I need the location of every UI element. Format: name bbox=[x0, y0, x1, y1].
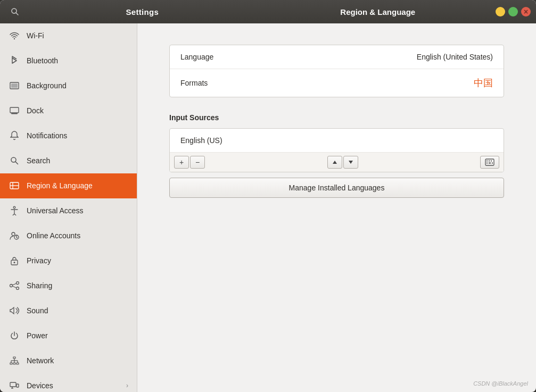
main-content-wrapper: Language English (United States) Formats… bbox=[137, 23, 536, 392]
sidebar-item-network-label: Network bbox=[27, 356, 128, 365]
svg-rect-43 bbox=[489, 163, 491, 164]
sidebar-item-power[interactable]: Power bbox=[0, 323, 137, 348]
notifications-icon bbox=[9, 130, 20, 141]
svg-rect-32 bbox=[17, 384, 19, 387]
svg-rect-39 bbox=[486, 161, 488, 162]
svg-rect-41 bbox=[491, 161, 492, 162]
privacy-icon bbox=[9, 255, 20, 266]
universal-access-icon bbox=[9, 205, 20, 216]
svg-rect-38 bbox=[485, 159, 494, 165]
formats-value: 中国 bbox=[474, 77, 493, 89]
sharing-icon bbox=[9, 280, 20, 291]
close-button[interactable] bbox=[521, 7, 531, 16]
maximize-button[interactable] bbox=[508, 7, 518, 16]
sidebar-item-wifi[interactable]: Wi-Fi bbox=[0, 23, 137, 48]
formats-label: Formats bbox=[180, 79, 474, 87]
svg-rect-4 bbox=[11, 84, 18, 88]
svg-rect-25 bbox=[13, 363, 15, 364]
svg-line-1 bbox=[16, 13, 18, 15]
titlebar-panel-title: Region & Language bbox=[260, 7, 496, 16]
svg-point-17 bbox=[10, 285, 13, 287]
add-input-source-button[interactable]: + bbox=[174, 156, 189, 169]
sidebar-item-online-accounts-label: Online Accounts bbox=[27, 231, 128, 240]
input-source-label: English (US) bbox=[180, 136, 222, 145]
sidebar-item-dock[interactable]: Dock bbox=[0, 98, 137, 123]
devices-arrow-icon: › bbox=[126, 382, 128, 389]
wifi-icon bbox=[9, 30, 20, 41]
sidebar-item-privacy[interactable]: Privacy bbox=[0, 248, 137, 273]
input-sources-toolbar: + − bbox=[170, 153, 504, 172]
window-controls bbox=[496, 7, 531, 16]
sidebar-item-wifi-label: Wi-Fi bbox=[27, 31, 128, 40]
svg-rect-5 bbox=[10, 107, 19, 113]
svg-point-19 bbox=[17, 287, 19, 290]
sidebar-item-region[interactable]: Region & Language bbox=[0, 173, 137, 198]
settings-window: Settings Region & Language Wi- bbox=[0, 0, 536, 392]
sidebar-item-devices-label: Devices bbox=[27, 381, 126, 390]
remove-input-source-button[interactable]: − bbox=[190, 156, 205, 169]
svg-rect-44 bbox=[492, 163, 493, 164]
sound-icon bbox=[9, 305, 20, 316]
minimize-button[interactable] bbox=[496, 7, 505, 16]
sidebar-item-privacy-label: Privacy bbox=[27, 256, 128, 265]
background-icon bbox=[9, 80, 20, 91]
sidebar-item-notifications[interactable]: Notifications bbox=[0, 123, 137, 148]
keyboard-settings-button[interactable] bbox=[480, 156, 499, 169]
bluetooth-icon bbox=[9, 55, 20, 66]
input-sources-card: English (US) + − bbox=[169, 128, 504, 172]
sidebar-item-online-accounts[interactable]: Online Accounts bbox=[0, 223, 137, 248]
sidebar-item-universal-access[interactable]: Universal Access bbox=[0, 198, 137, 223]
input-sources-title: Input Sources bbox=[169, 113, 504, 122]
titlebar-app-title: Settings bbox=[24, 7, 260, 16]
language-label: Language bbox=[180, 53, 417, 61]
reorder-buttons bbox=[327, 156, 358, 169]
region-icon bbox=[9, 180, 20, 191]
svg-point-2 bbox=[14, 38, 15, 39]
sidebar: Wi-Fi Bluetooth Backg bbox=[0, 23, 137, 392]
sidebar-item-notifications-label: Notifications bbox=[27, 131, 128, 140]
svg-point-18 bbox=[17, 282, 19, 285]
sidebar-item-sound[interactable]: Sound bbox=[0, 298, 137, 323]
sidebar-item-region-label: Region & Language bbox=[27, 181, 128, 190]
sidebar-item-search[interactable]: Search bbox=[0, 148, 137, 173]
svg-line-8 bbox=[15, 162, 18, 164]
language-value: English (United States) bbox=[417, 53, 493, 61]
power-icon bbox=[9, 330, 20, 341]
svg-rect-31 bbox=[10, 382, 16, 387]
svg-rect-24 bbox=[17, 363, 19, 364]
online-accounts-icon bbox=[9, 230, 20, 241]
svg-rect-23 bbox=[10, 363, 12, 364]
svg-point-16 bbox=[14, 262, 15, 263]
titlebar-search-icon[interactable] bbox=[5, 2, 24, 21]
svg-point-13 bbox=[12, 232, 15, 236]
language-row: Language English (United States) bbox=[170, 45, 504, 69]
sidebar-item-sharing-label: Sharing bbox=[27, 281, 128, 290]
svg-line-20 bbox=[13, 283, 17, 285]
sidebar-item-devices[interactable]: Devices › bbox=[0, 373, 137, 392]
sidebar-item-sound-label: Sound bbox=[27, 306, 128, 315]
sidebar-item-bluetooth[interactable]: Bluetooth bbox=[0, 48, 137, 73]
svg-line-21 bbox=[13, 286, 17, 288]
dock-icon bbox=[9, 105, 20, 116]
titlebar: Settings Region & Language bbox=[0, 0, 536, 23]
sidebar-item-background-label: Background bbox=[27, 81, 128, 90]
formats-row: Formats 中国 bbox=[170, 69, 504, 97]
network-icon bbox=[9, 355, 20, 366]
input-source-english-us[interactable]: English (US) bbox=[170, 129, 504, 153]
sidebar-item-sharing[interactable]: Sharing bbox=[0, 273, 137, 298]
sidebar-item-network[interactable]: Network bbox=[0, 348, 137, 373]
language-formats-card: Language English (United States) Formats… bbox=[169, 45, 504, 97]
devices-icon bbox=[9, 380, 20, 391]
manage-languages-button[interactable]: Manage Installed Languages bbox=[169, 178, 504, 198]
content-area: Wi-Fi Bluetooth Backg bbox=[0, 23, 536, 392]
sidebar-item-power-label: Power bbox=[27, 331, 128, 340]
move-up-button[interactable] bbox=[327, 156, 342, 169]
sidebar-item-background[interactable]: Background bbox=[0, 73, 137, 98]
sidebar-item-search-label: Search bbox=[27, 156, 128, 165]
move-down-button[interactable] bbox=[343, 156, 358, 169]
svg-rect-42 bbox=[486, 163, 488, 164]
sidebar-item-universal-access-label: Universal Access bbox=[27, 206, 128, 215]
svg-rect-40 bbox=[489, 161, 490, 162]
svg-rect-22 bbox=[13, 357, 15, 358]
svg-rect-6 bbox=[11, 113, 18, 114]
